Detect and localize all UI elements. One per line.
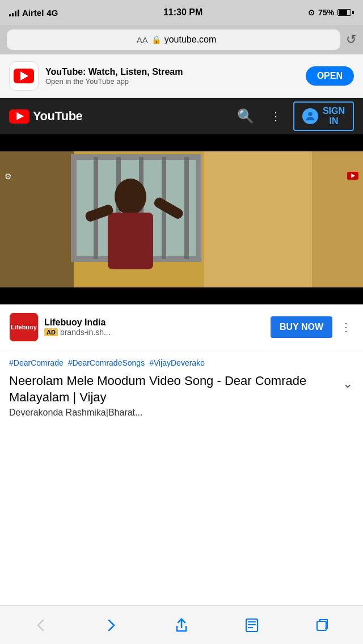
video-title: Neerolam Mele Moodum Video Song - Dear C…: [9, 373, 337, 405]
sign-in-label: SIGNIN: [323, 106, 345, 126]
url-input[interactable]: AA 🔒 youtube.com: [7, 29, 340, 50]
share-button[interactable]: [167, 611, 196, 640]
status-right: ⊙ 75%: [308, 8, 354, 17]
app-subtitle: Open in the YouTube app: [45, 77, 299, 86]
video-letterbox-top: [0, 134, 363, 151]
video-player[interactable]: ⚙: [0, 134, 363, 304]
ad-info: Lifebuoy India AD brands-in.sh...: [44, 317, 265, 337]
ad-company-name: Lifebuoy India: [44, 317, 265, 328]
app-icon: [9, 61, 39, 91]
svg-rect-16: [317, 621, 326, 630]
lifebuoy-text: Lifebuoy: [11, 324, 37, 331]
video-scene: ⚙: [0, 151, 363, 287]
battery-icon: [337, 9, 354, 16]
ad-url: brands-in.sh...: [60, 328, 111, 337]
tabs-button[interactable]: [307, 611, 337, 640]
video-scene-svg: [0, 151, 363, 287]
video-title-row: Neerolam Mele Moodum Video Song - Dear C…: [9, 373, 354, 405]
aa-text: AA: [131, 35, 148, 45]
video-subtitle: Deverakonda Rashmika|Bharat...: [9, 408, 354, 418]
sign-in-avatar-icon: [302, 108, 318, 124]
lifebuoy-logo: Lifebuoy: [9, 312, 39, 342]
hashtag-2[interactable]: #DearComradeSongs: [68, 358, 145, 367]
app-name: YouTube: Watch, Listen, Stream: [45, 67, 299, 77]
youtube-more-button[interactable]: ⋮: [265, 105, 286, 128]
url-text: youtube.com: [164, 35, 217, 45]
hashtag-3[interactable]: #VijayDeverako: [149, 358, 205, 367]
ad-badge: AD: [44, 328, 58, 336]
network-type: 4G: [47, 8, 58, 18]
expand-description-button[interactable]: ⌄: [341, 375, 354, 392]
lock-icon: 🔒: [151, 35, 161, 44]
signal-icon: [9, 9, 19, 16]
svg-rect-10: [108, 213, 153, 269]
refresh-button[interactable]: ↺: [346, 32, 356, 47]
youtube-watermark: [347, 172, 358, 180]
youtube-wordmark: YouTube: [33, 109, 82, 124]
sign-in-button[interactable]: SIGNIN: [293, 101, 354, 130]
youtube-header: YouTube 🔍 ⋮ SIGNIN: [0, 98, 363, 134]
buy-now-button[interactable]: BUY NOW: [271, 316, 332, 338]
app-info: YouTube: Watch, Listen, Stream Open in t…: [45, 67, 299, 86]
hashtag-1[interactable]: #DearComrade: [9, 358, 64, 367]
svg-rect-8: [184, 157, 189, 259]
status-left: Airtel 4G: [9, 8, 58, 18]
status-bar: Airtel 4G 11:30 PM ⊙ 75%: [0, 0, 363, 25]
ad-banner: Lifebuoy Lifebuoy India AD brands-in.sh.…: [0, 304, 363, 350]
open-app-button[interactable]: OPEN: [306, 66, 354, 86]
rotation-lock-icon: ⊙: [308, 8, 315, 17]
svg-point-0: [308, 112, 312, 116]
back-button[interactable]: [26, 611, 56, 640]
url-bar: AA 🔒 youtube.com ↺: [0, 25, 363, 54]
carrier-label: Airtel: [22, 8, 44, 18]
forward-button[interactable]: [96, 611, 126, 640]
browser-bottom-nav: [0, 605, 363, 644]
youtube-search-button[interactable]: 🔍: [233, 104, 259, 129]
video-letterbox-bottom: [0, 287, 363, 304]
svg-point-9: [115, 179, 146, 215]
app-install-banner: YouTube: Watch, Listen, Stream Open in t…: [0, 54, 363, 98]
hashtag-row: #DearComrade #DearComradeSongs #VijayDev…: [9, 358, 354, 367]
bookmarks-button[interactable]: [237, 611, 267, 640]
battery-percent: 75%: [318, 8, 334, 17]
ad-url-row: AD brands-in.sh...: [44, 328, 265, 337]
time-label: 11:30 PM: [163, 7, 202, 18]
ad-more-button[interactable]: ⋮: [338, 318, 354, 336]
youtube-logo[interactable]: YouTube: [9, 109, 226, 124]
youtube-play-icon: [9, 109, 29, 124]
svg-rect-4: [94, 157, 98, 259]
video-info: #DearComrade #DearComradeSongs #VijayDev…: [0, 350, 363, 429]
video-settings-icon: ⚙: [5, 172, 12, 181]
